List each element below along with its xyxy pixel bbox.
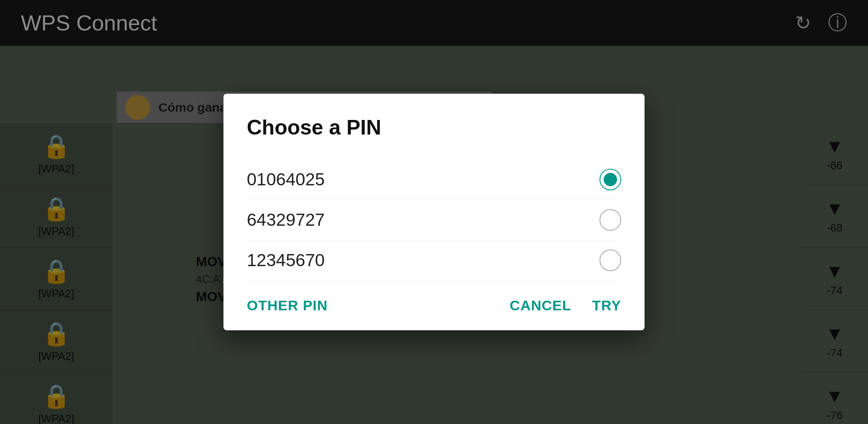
try-button[interactable]: TRY (592, 297, 621, 314)
radio-btn-1[interactable] (600, 169, 621, 190)
radio-btn-3[interactable] (600, 249, 621, 271)
pin-option-3[interactable]: 12345670 (247, 240, 621, 281)
pin-value-2: 64329727 (247, 210, 325, 230)
pin-value-3: 12345670 (247, 250, 325, 270)
dialog-actions: OTHER PIN CANCEL TRY (247, 297, 621, 314)
radio-btn-2[interactable] (600, 209, 621, 231)
pin-option-2[interactable]: 64329727 (247, 200, 621, 240)
dialog-title: Choose a PIN (247, 115, 621, 140)
dialog-action-right: CANCEL TRY (510, 297, 621, 314)
other-pin-button[interactable]: OTHER PIN (247, 297, 328, 314)
radio-inner-1 (604, 173, 617, 186)
cancel-button[interactable]: CANCEL (510, 297, 572, 314)
pin-value-1: 01064025 (247, 170, 325, 190)
pin-option-1[interactable]: 01064025 (247, 160, 621, 200)
pin-dialog: Choose a PIN 01064025 64329727 12345670 … (223, 94, 645, 330)
